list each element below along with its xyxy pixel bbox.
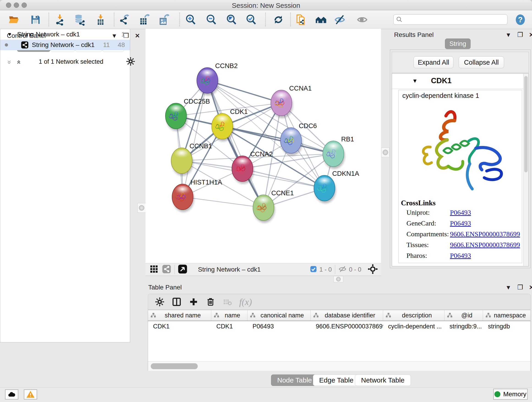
- fit-content-button[interactable]: [368, 264, 378, 275]
- results-panel-title: Results Panel: [394, 31, 434, 38]
- network-row[interactable]: String Network – cdk1 11 48: [0, 40, 130, 50]
- svg-text:?: ?: [518, 15, 523, 24]
- crosslink-link[interactable]: 9606.ENSP00000378699: [450, 241, 522, 249]
- left-splitter-handle[interactable]: [138, 203, 146, 213]
- show-all-button[interactable]: [356, 14, 368, 26]
- table-row[interactable]: CDK1 CDK1 P06493 9606.ENSP00000378699 cy…: [148, 321, 530, 332]
- network-canvas[interactable]: CCNB2CCNA1CDC25BCDK1CDC6RB1CCNB1CCNA2CDK…: [146, 29, 381, 263]
- hide-selected-button[interactable]: [334, 14, 346, 26]
- selected-checkbox[interactable]: [310, 265, 317, 274]
- crosslink-link[interactable]: 9606.ENSP00000378699: [450, 230, 522, 238]
- import-table-file-button[interactable]: [95, 14, 106, 26]
- zoom-out-button[interactable]: [206, 14, 217, 26]
- cell-namespace: stringdb: [483, 323, 530, 330]
- network-node[interactable]: CCNB1: [171, 142, 212, 176]
- node-section-header[interactable]: ▼ CDK1: [392, 74, 529, 89]
- save-session-button[interactable]: [30, 14, 41, 26]
- network-node[interactable]: CCNB2: [197, 62, 238, 96]
- table-horizontal-scrollbar[interactable]: [148, 361, 530, 371]
- column-header[interactable]: @id: [444, 310, 483, 321]
- network-node[interactable]: CDC6: [280, 122, 317, 156]
- tree-icon: [150, 313, 156, 318]
- tree-expand-icon[interactable]: ▼: [7, 32, 12, 37]
- table-scrollbar-thumb[interactable]: [151, 363, 198, 369]
- birds-eye-view-button[interactable]: [178, 264, 187, 275]
- results-scrollbar[interactable]: [523, 74, 529, 266]
- export-table-button[interactable]: [138, 14, 150, 26]
- tab-network-table[interactable]: Network Table: [355, 375, 411, 386]
- node-label: RB1: [341, 135, 354, 143]
- clone-network-button[interactable]: [296, 14, 307, 26]
- cloud-icon: [7, 390, 16, 399]
- expand-all-button[interactable]: Expand All: [413, 56, 453, 68]
- import-network-database-button[interactable]: [74, 14, 85, 26]
- warnings-button[interactable]: [24, 389, 37, 400]
- float-window-icon[interactable]: ❐: [517, 32, 523, 38]
- table-options-gear-icon[interactable]: [154, 297, 165, 307]
- network-node[interactable]: CCNA2: [232, 150, 273, 184]
- cloud-status-button[interactable]: [5, 389, 18, 400]
- expand-all-networks-icon[interactable]: «: [16, 60, 23, 64]
- tab-edge-table[interactable]: Edge Table: [313, 375, 360, 386]
- zoom-fit-button[interactable]: [226, 14, 237, 26]
- network-options-gear-icon[interactable]: [126, 57, 135, 67]
- add-column-button[interactable]: [188, 297, 199, 307]
- network-view-mode-button[interactable]: [162, 264, 171, 274]
- app-window: Session: New Session: [0, 0, 532, 402]
- float-window-icon[interactable]: ❐: [517, 284, 523, 291]
- collapse-all-button[interactable]: Collapse All: [459, 56, 504, 68]
- network-node[interactable]: CDK1: [212, 108, 248, 141]
- network-collection-row[interactable]: ▼ String Network – cdk1 1: [0, 29, 130, 40]
- column-header[interactable]: description: [383, 310, 444, 321]
- column-header[interactable]: namespace: [483, 310, 530, 321]
- import-network-file-button[interactable]: [54, 14, 65, 26]
- hidden-toggle[interactable]: [338, 265, 347, 274]
- network-node[interactable]: CCNE1: [253, 189, 294, 223]
- collapse-all-networks-icon[interactable]: »: [6, 60, 13, 64]
- column-header[interactable]: database identifier: [311, 310, 383, 321]
- float-panel-icon[interactable]: ▼: [505, 284, 511, 290]
- column-header[interactable]: canonical name: [247, 310, 311, 321]
- close-panel-icon[interactable]: ✕: [529, 284, 532, 290]
- export-image-button[interactable]: [158, 14, 170, 26]
- tab-string[interactable]: String: [445, 38, 471, 49]
- crosslink-link[interactable]: P06493: [450, 219, 522, 227]
- results-scrollbar-thumb[interactable]: [524, 76, 528, 172]
- crosslink-link[interactable]: P06493: [450, 209, 522, 216]
- clone-network-icon: [296, 14, 307, 26]
- protein-structure-image: [408, 101, 513, 198]
- network-node[interactable]: CDKN1A: [314, 170, 359, 203]
- memory-button[interactable]: Memory: [493, 389, 528, 400]
- network-edge[interactable]: [207, 80, 264, 208]
- close-panel-icon[interactable]: ✕: [529, 32, 532, 38]
- toolbar-search[interactable]: [393, 14, 507, 25]
- column-header[interactable]: name: [211, 310, 247, 321]
- zoom-selected-button[interactable]: [246, 14, 257, 26]
- crosslink-link[interactable]: P06493: [450, 252, 522, 259]
- network-edge[interactable]: [183, 197, 264, 208]
- network-node-count: 11: [103, 41, 110, 49]
- open-session-button[interactable]: [8, 14, 20, 26]
- bottom-splitter-handle[interactable]: [334, 276, 343, 282]
- float-panel-icon[interactable]: ▼: [505, 32, 511, 38]
- export-network-button[interactable]: [118, 14, 130, 26]
- first-neighbors-button[interactable]: [315, 14, 327, 26]
- network-edge[interactable]: [242, 169, 324, 188]
- tree-icon: [385, 313, 391, 318]
- network-node[interactable]: RB1: [323, 135, 354, 169]
- zoom-in-button[interactable]: [185, 14, 196, 26]
- network-node[interactable]: HIST1H1A: [172, 179, 222, 212]
- close-panel-icon[interactable]: ✕: [135, 33, 140, 39]
- help-button[interactable]: ?: [515, 14, 526, 26]
- eye-slash-blue-icon: [334, 14, 346, 26]
- tab-node-table[interactable]: Node Table: [271, 375, 318, 386]
- delete-column-button[interactable]: [205, 297, 216, 307]
- memory-label: Memory: [503, 390, 526, 398]
- grid-view-button[interactable]: [150, 265, 158, 274]
- apply-layout-button[interactable]: [273, 14, 284, 26]
- search-input[interactable]: [403, 16, 502, 23]
- section-collapse-icon[interactable]: ▼: [412, 78, 418, 84]
- column-header[interactable]: shared name: [148, 310, 211, 321]
- node-label: HIST1H1A: [190, 179, 222, 186]
- show-columns-button[interactable]: [171, 297, 182, 307]
